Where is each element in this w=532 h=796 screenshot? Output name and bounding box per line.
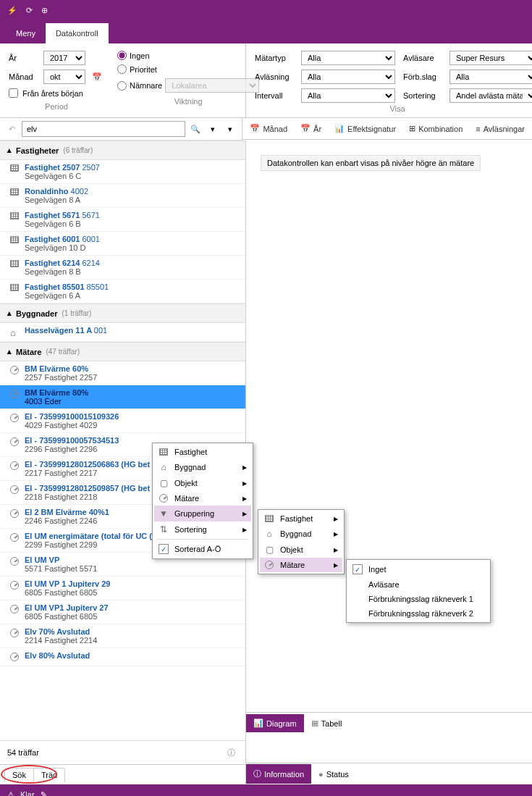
tab-status[interactable]: ●Status	[311, 766, 356, 783]
meter-icon	[10, 509, 20, 519]
tab-information[interactable]: ⓘInformation	[246, 764, 311, 784]
list-item-byggnad[interactable]: ⌂Hasselvägen 11 A 001	[0, 323, 245, 342]
filter-dropdown-icon[interactable]: ▾	[206, 122, 220, 136]
view-avlasningar[interactable]: ≡Avläsningar	[476, 125, 525, 133]
ctx1-matare[interactable]: Mätare▶	[154, 491, 251, 506]
list-item-fastighet[interactable]: Fastighet 6001 6001Segelvägen 10 D	[0, 232, 245, 256]
titlebar: ⚡ ⟳ ⊕	[0, 0, 532, 20]
chevron-right-icon: ▶	[334, 531, 338, 537]
list-item-fastighet[interactable]: Fastighet 6214 6214Segelvägen 8 B	[0, 256, 245, 280]
radio-ingen[interactable]	[117, 51, 127, 60]
info-icon: ⓘ	[253, 768, 261, 779]
collapse-icon: ▴	[7, 347, 12, 356]
meter-icon	[10, 605, 20, 615]
list-item-fastighet[interactable]: Ronaldinho 4002Segelvägen 8 A	[0, 184, 245, 208]
intervall-select[interactable]: Alla	[301, 88, 395, 103]
ctx2-objekt[interactable]: ▢Objekt▶	[260, 542, 342, 558]
list-icon: ≡	[476, 125, 480, 133]
group-bygg[interactable]: ▴ Byggnader (1 träffar)	[0, 303, 245, 323]
help-icon[interactable]: ⓘ	[224, 745, 238, 760]
ctx3-avlasare[interactable]: Avläsare	[348, 577, 489, 592]
ctx3-forb1[interactable]: Förbrukningsslag räkneverk 1	[348, 592, 489, 606]
search-input[interactable]	[22, 121, 185, 137]
meter-icon	[10, 533, 20, 543]
view-manad[interactable]: 📅Månad	[250, 124, 287, 133]
meter-icon	[159, 494, 169, 503]
matartyp-select[interactable]: Alla	[301, 51, 395, 65]
view-ar[interactable]: 📅År	[300, 124, 321, 133]
radio-prioritet[interactable]	[117, 64, 127, 74]
tab-trad[interactable]: Träd	[33, 768, 65, 782]
alert-icon[interactable]: ⚠	[7, 790, 14, 797]
meter-icon	[10, 629, 20, 639]
namnare-select[interactable]: Lokalarea	[165, 78, 259, 93]
list-item-matare[interactable]: BM Elvärme 60%2257 Fastighet 2257	[0, 361, 245, 385]
intervall-label: Intervall	[255, 91, 297, 100]
footer: ⚠ Klar ✎	[0, 784, 532, 796]
ctx1-fastighet[interactable]: Fastighet	[154, 445, 251, 459]
tab-sok[interactable]: Sök	[4, 768, 34, 782]
ctx1-sortering[interactable]: ⇅Sortering▶	[154, 521, 251, 537]
list-item-matare[interactable]: El - 7359991000151093264029 Fastighet 40…	[0, 409, 245, 433]
ctx3-inget[interactable]: ✓Inget	[348, 561, 489, 577]
tab-datakontroll[interactable]: Datakontroll	[46, 23, 109, 43]
tree[interactable]: ▴ Fastigheter (6 träffar)Fastighet 2507 …	[0, 141, 245, 741]
sortering-select[interactable]: Andel avlästa mätare	[449, 88, 532, 103]
ctx3-forb2[interactable]: Förbrukningsslag räkneverk 2	[348, 606, 489, 621]
edit-icon[interactable]: ✎	[41, 790, 47, 797]
tab-diagram[interactable]: 📊Diagram	[246, 714, 304, 732]
meter-icon	[10, 557, 20, 567]
search-icon[interactable]: 🔍	[188, 122, 203, 136]
list-item-matare[interactable]: Elv 80% Avslutad	[0, 648, 245, 666]
chevron-right-icon: ▶	[334, 547, 338, 553]
bolt-icon[interactable]: ⚡	[7, 6, 17, 15]
ctx1-byggnad[interactable]: ⌂Byggnad▶	[154, 459, 251, 475]
view-toolbar: 📅Månad 📅År 📊Effektsignatur ⊞Kombination …	[242, 118, 532, 140]
view-kombination[interactable]: ⊞Kombination	[409, 124, 463, 133]
options-dropdown-icon[interactable]: ▾	[223, 122, 237, 136]
ctx1-objekt[interactable]: ▢Objekt▶	[154, 475, 251, 491]
month-select[interactable]: okt	[43, 70, 85, 84]
ctx2-fastighet[interactable]: Fastighet▶	[260, 511, 342, 526]
tab-tabell[interactable]: ▦Tabell	[304, 714, 350, 732]
from-start-checkbox[interactable]	[9, 88, 18, 98]
ctx1-sorterad[interactable]: ✓Sorterad A-Ö	[154, 541, 251, 557]
sort-icon: ⇅	[159, 524, 169, 535]
back-icon[interactable]: ↶	[4, 122, 19, 136]
from-start-label: Från årets början	[22, 89, 83, 98]
list-item-matare[interactable]: BM Elvärme 80%4003 Éder	[0, 385, 245, 409]
list-item-fastighet[interactable]: Fastighet 85501 85501Segelvägen 6 A	[0, 280, 245, 303]
building-icon	[264, 515, 274, 522]
globe-icon[interactable]: ⊕	[41, 6, 48, 15]
list-item-matare[interactable]: El UM VP1 Jupiterv 276805 Fastighet 6805	[0, 600, 245, 624]
period-caption: Period	[9, 102, 104, 111]
forbslag-select[interactable]: Alla	[449, 70, 532, 84]
side-tabs: Sök Träd	[0, 764, 245, 784]
ctx2-matare[interactable]: Mätare▶	[260, 558, 342, 572]
status-icon: ●	[318, 770, 324, 779]
ctx1-gruppering[interactable]: ▼Gruppering▶	[154, 506, 251, 521]
collapse-icon: ▴	[7, 146, 12, 155]
avlasning-select[interactable]: Alla	[301, 70, 395, 84]
calendar-icon: 📅	[300, 124, 311, 133]
chart-icon: 📊	[334, 124, 345, 133]
list-item-matare[interactable]: Elv 70% Avslutad2214 Fastighet 2214	[0, 624, 245, 648]
list-item-fastighet[interactable]: Fastighet 5671 5671Segelvägen 6 B	[0, 208, 245, 232]
calendar-icon[interactable]: 📅	[90, 70, 104, 84]
ctx2-byggnad[interactable]: ⌂Byggnad▶	[260, 526, 342, 542]
content: Datakontrollen kan enbart visas på nivåe…	[246, 141, 532, 784]
radio-namnare[interactable]	[117, 81, 127, 91]
group-fast[interactable]: ▴ Fastigheter (6 träffar)	[0, 141, 245, 160]
view-effektsignatur[interactable]: 📊Effektsignatur	[334, 124, 396, 133]
footer-status: Klar	[20, 790, 35, 796]
list-item-fastighet[interactable]: Fastighet 2507 2507Segelvägen 6 C	[0, 160, 245, 184]
year-select[interactable]: 2017	[43, 51, 85, 65]
chevron-right-icon: ▶	[242, 527, 247, 533]
month-label: Månad	[9, 72, 39, 81]
tab-meny[interactable]: Meny	[6, 23, 46, 43]
group-mat[interactable]: ▴ Mätare (47 träffar)	[0, 342, 245, 361]
avlasare-select[interactable]: Super Resurs	[449, 51, 532, 65]
list-item-matare[interactable]: El UM VP 1 Jupiterv 296805 Fastighet 680…	[0, 577, 245, 600]
arrows-icon[interactable]: ⟳	[26, 6, 33, 15]
meter-icon	[264, 561, 274, 569]
